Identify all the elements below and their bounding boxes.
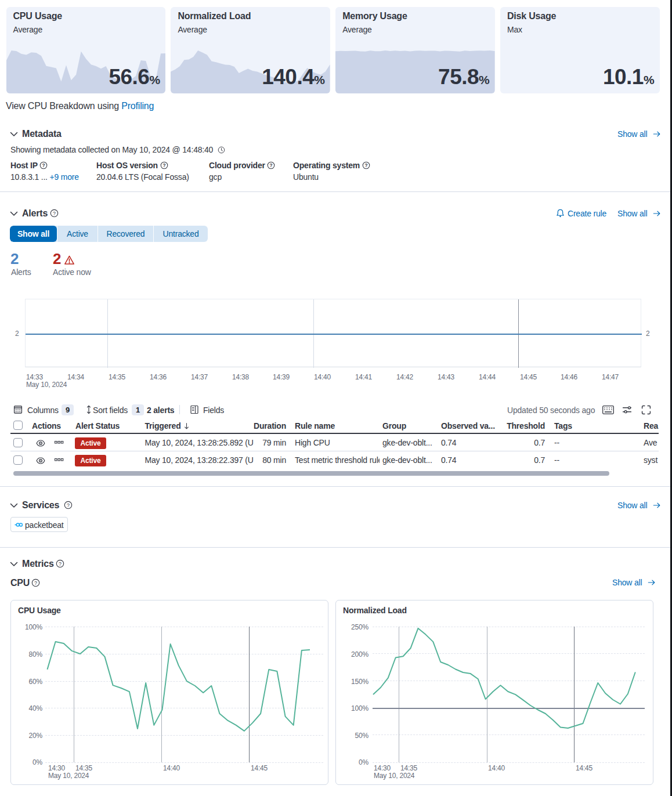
- svg-text:?: ?: [67, 502, 70, 508]
- svg-text:?: ?: [34, 580, 37, 586]
- svg-text:?: ?: [42, 162, 45, 168]
- svg-text:?: ?: [162, 162, 165, 168]
- svg-text:?: ?: [364, 162, 367, 168]
- svg-text:?: ?: [270, 162, 273, 168]
- svg-text:?: ?: [53, 211, 56, 216]
- svg-text:?: ?: [59, 561, 62, 567]
